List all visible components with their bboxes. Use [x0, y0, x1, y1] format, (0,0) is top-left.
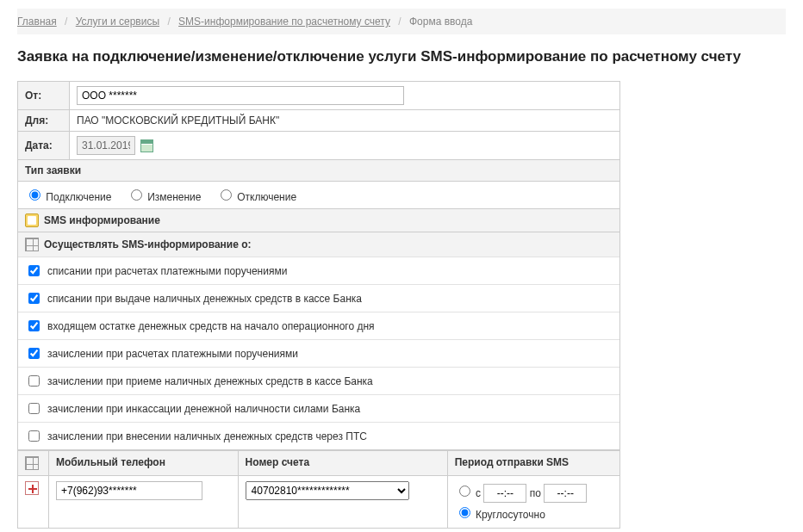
- calendar-icon[interactable]: [140, 139, 153, 152]
- app-type-header: Тип заявки: [17, 160, 620, 182]
- grid-icon-2: [25, 456, 39, 470]
- checkbox-label: списании при расчетах платежными поручен…: [47, 265, 287, 277]
- checkbox-label: списании при выдаче наличных денежных ср…: [47, 293, 362, 305]
- breadcrumb: Главная / Услуги и сервисы / SMS-информи…: [17, 9, 786, 34]
- sms-check-list: Осуществлять SMS-информирование о: списа…: [17, 232, 620, 450]
- account-select[interactable]: 40702810*************: [246, 481, 409, 500]
- header-form-table: От: Для: ПАО "МОСКОВСКИЙ КРЕДИТНЫЙ БАНК"…: [17, 81, 620, 160]
- checkbox-item-1[interactable]: [28, 293, 40, 304]
- checkbox-item-6[interactable]: [28, 430, 40, 442]
- radio-change-label[interactable]: Изменение: [127, 191, 204, 203]
- checkbox-item-3[interactable]: [28, 348, 40, 359]
- phone-table: Мобильный телефон Номер счета Период отп…: [17, 450, 620, 529]
- radio-period-range[interactable]: [459, 486, 470, 497]
- breadcrumb-home[interactable]: Главная: [17, 15, 57, 28]
- radio-period-around[interactable]: [459, 507, 470, 518]
- checkbox-label: зачислении при расчетах платежными поруч…: [47, 348, 298, 360]
- radio-disconnect-text: Отключение: [237, 191, 296, 203]
- checkbox-label: зачислении при инкассации денежной налич…: [47, 403, 360, 415]
- checkbox-item-0[interactable]: [28, 265, 40, 276]
- radio-disconnect-label[interactable]: Отключение: [216, 191, 296, 203]
- breadcrumb-current: Форма ввода: [409, 15, 472, 28]
- check-row: списании при выдаче наличных денежных ср…: [18, 284, 619, 312]
- radio-connect-text: Подключение: [46, 191, 111, 203]
- check-row: зачислении при внесении наличных денежны…: [18, 422, 619, 449]
- radio-disconnect[interactable]: [221, 189, 232, 201]
- table-row: 40702810************* с по Круглосуточно: [18, 476, 620, 529]
- period-to-text: по: [530, 487, 541, 499]
- checkbox-item-2[interactable]: [28, 320, 40, 331]
- time-from-input[interactable]: [483, 484, 526, 503]
- check-row: зачислении при приеме наличных денежных …: [18, 367, 619, 394]
- label-for: Для:: [18, 110, 70, 132]
- check-row: зачислении при инкассации денежной налич…: [18, 394, 619, 422]
- breadcrumb-sms-inform[interactable]: SMS-информирование по расчетному счету: [178, 15, 390, 28]
- col-account: Номер счета: [238, 451, 447, 476]
- radio-connect[interactable]: [29, 189, 40, 201]
- radio-connect-label[interactable]: Подключение: [25, 191, 115, 203]
- checkbox-item-4[interactable]: [28, 375, 40, 387]
- sms-section-title: SMS информирование: [44, 214, 160, 226]
- col-phone: Мобильный телефон: [49, 451, 239, 476]
- check-row: зачислении при расчетах платежными поруч…: [18, 339, 619, 367]
- sms-about-title: Осуществлять SMS-информирование о:: [44, 238, 252, 251]
- from-input[interactable]: [77, 86, 404, 105]
- col-period: Период отправки SMS: [447, 451, 619, 476]
- checkbox-label: входящем остатке денежных средств на нач…: [47, 320, 375, 332]
- breadcrumb-services[interactable]: Услуги и сервисы: [76, 15, 159, 28]
- app-type-row: Подключение Изменение Отключение: [17, 182, 620, 209]
- checkbox-label: зачислении при приеме наличных денежных …: [47, 375, 373, 387]
- sms-section-header: SMS информирование: [17, 209, 620, 232]
- period-from-text: с: [476, 487, 481, 499]
- add-row-icon[interactable]: [25, 481, 39, 495]
- period-range-label[interactable]: с по: [455, 483, 613, 503]
- check-row: списании при расчетах платежными поручен…: [18, 257, 619, 284]
- for-value: ПАО "МОСКОВСКИЙ КРЕДИТНЫЙ БАНК": [70, 110, 620, 132]
- checkbox-label: зачислении при внесении наличных денежны…: [47, 430, 367, 442]
- grid-icon: [25, 238, 39, 251]
- radio-change-text: Изменение: [147, 191, 201, 203]
- label-date: Дата:: [18, 132, 70, 160]
- period-around-text: Круглосуточно: [476, 509, 545, 521]
- phone-input[interactable]: [56, 481, 202, 500]
- page-title: Заявка на подключение/изменение/отключен…: [17, 48, 786, 65]
- check-row: входящем остатке денежных средств на нач…: [18, 312, 619, 339]
- checkbox-item-5[interactable]: [28, 403, 40, 414]
- label-from: От:: [18, 82, 70, 110]
- sms-about-header: Осуществлять SMS-информирование о:: [18, 232, 619, 257]
- time-to-input[interactable]: [544, 484, 587, 503]
- sms-icon: [25, 213, 39, 227]
- date-input[interactable]: [77, 136, 135, 155]
- period-around-label[interactable]: Круглосуточно: [455, 504, 613, 521]
- radio-change[interactable]: [131, 189, 142, 201]
